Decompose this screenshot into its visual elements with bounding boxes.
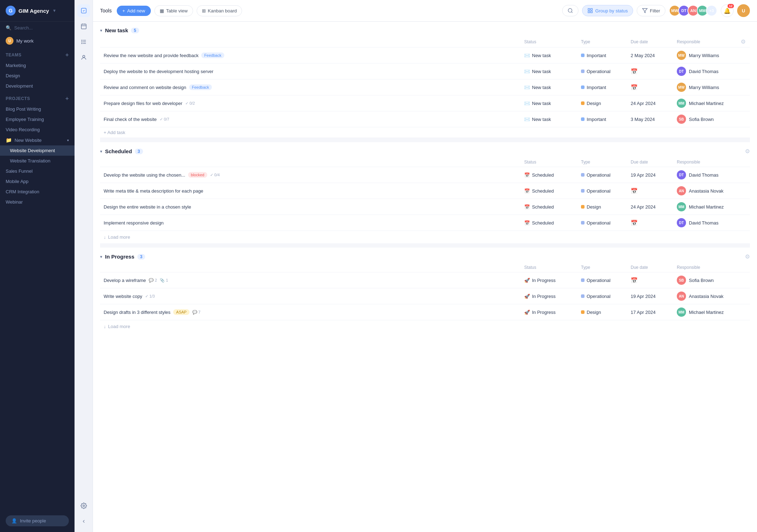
task-name: Prepare design files for web developer: [104, 101, 182, 106]
table-row[interactable]: Develop a wireframe 💬 2 📎 1 🚀In Progress…: [100, 272, 750, 288]
task-name-cell: Write meta title & meta description for …: [100, 183, 521, 199]
table-row[interactable]: Prepare design files for web developer ✓…: [100, 95, 750, 111]
sidebar-item-marketing[interactable]: Marketing: [0, 60, 75, 71]
task-name: Implement responsive design: [104, 220, 164, 226]
sidebar-item-website-translation[interactable]: Website Translation: [0, 156, 75, 166]
task-type-cell: Operational: [577, 167, 627, 183]
in-progress-table: Status Type Due date Responsible Develop…: [100, 263, 750, 320]
sidebar-item-sales-funnel[interactable]: Sales Funnel: [0, 166, 75, 176]
task-type-cell: Design: [577, 304, 627, 320]
section-divider: [100, 138, 750, 142]
table-row[interactable]: Review the new website and provide feedb…: [100, 48, 750, 63]
table-row[interactable]: Write meta title & meta description for …: [100, 183, 750, 199]
responsible-name: Anastasia Novak: [689, 188, 724, 194]
filter-button[interactable]: Filter: [637, 5, 665, 16]
task-settings-cell: [737, 48, 750, 63]
person-icon-btn[interactable]: [77, 51, 90, 64]
avatar-more[interactable]: +3: [706, 5, 717, 16]
load-more-scheduled[interactable]: ↓ Load more: [100, 231, 750, 243]
add-team-button[interactable]: +: [65, 52, 69, 58]
icon-panel: [75, 0, 93, 532]
sidebar-item-new-website[interactable]: 📁 New Website ▾: [0, 135, 75, 145]
kanban-board-button[interactable]: ⊞ Kanban board: [197, 5, 242, 16]
task-due-cell: 📅: [627, 79, 673, 95]
add-task-cell[interactable]: + Add task: [100, 127, 750, 138]
kanban-board-label: Kanban board: [208, 8, 237, 13]
current-user-avatar[interactable]: U: [737, 4, 750, 17]
task-due-cell: 19 Apr 2024: [627, 167, 673, 183]
group-by-status-button[interactable]: Group by status: [582, 5, 633, 16]
list-icon-btn[interactable]: [77, 35, 90, 48]
settings-icon[interactable]: ⚙: [745, 254, 750, 260]
svg-point-8: [82, 40, 82, 41]
section-chevron[interactable]: ▾: [100, 28, 102, 33]
status-icon: ✉️: [524, 69, 530, 74]
responsible-name: David Thomas: [689, 172, 719, 178]
load-more-in-progress[interactable]: ↓ Load more: [100, 320, 750, 333]
avatar: MM: [677, 99, 686, 108]
type-label: Important: [587, 85, 606, 90]
collapse-sidebar-button[interactable]: [77, 515, 90, 528]
settings-icon[interactable]: ⚙: [741, 39, 746, 45]
table-row[interactable]: Design the entire website in a chosen st…: [100, 199, 750, 215]
sidebar-item-webinar[interactable]: Webinar: [0, 197, 75, 207]
load-more-icon: ↓: [104, 234, 106, 240]
task-type-cell: Important: [577, 79, 627, 95]
task-name: Design the entire website in a chosen st…: [104, 204, 191, 210]
task-name: Deploy the website to the development ho…: [104, 69, 213, 74]
sidebar-item-blog-post[interactable]: Blog Post Writing: [0, 104, 75, 114]
col-header-status: Status: [521, 36, 577, 48]
my-work-item[interactable]: U My work: [0, 34, 75, 48]
table-row[interactable]: Implement responsive design 📅Scheduled O…: [100, 215, 750, 231]
section-new-task: ▾ New task 5 Status Type Due date Respon…: [100, 22, 750, 138]
tasks-icon-btn[interactable]: [77, 4, 90, 17]
settings-icon-btn[interactable]: [77, 499, 90, 512]
section-title: Scheduled: [105, 148, 132, 154]
section-chevron[interactable]: ▾: [100, 254, 102, 259]
app-logo[interactable]: G GIM Agency ▾: [0, 0, 75, 22]
notifications-button[interactable]: 🔔 12: [721, 4, 734, 17]
notification-badge: 12: [728, 4, 734, 8]
table-row[interactable]: Develop the website using the chosen... …: [100, 167, 750, 183]
section-chevron[interactable]: ▾: [100, 149, 102, 154]
task-type-cell: Operational: [577, 63, 627, 79]
invite-people-button[interactable]: 👤 Invite people: [6, 515, 69, 526]
col-header-type: Type: [577, 157, 627, 167]
settings-icon[interactable]: ⚙: [745, 148, 750, 154]
section-count: 3: [137, 254, 146, 260]
sidebar-item-website-development[interactable]: Website Development: [0, 145, 75, 156]
task-settings-cell: [737, 79, 750, 95]
svg-rect-15: [588, 9, 590, 10]
sidebar-item-video-recording[interactable]: Video Recording: [0, 124, 75, 135]
calendar-icon-btn[interactable]: [77, 20, 90, 33]
type-dot: [581, 101, 585, 105]
app-name: GIM Agency: [18, 8, 49, 14]
table-row[interactable]: Write website copy ✓ 1/3 🚀In Progress Op…: [100, 288, 750, 304]
search-bar[interactable]: 🔍 Search...: [0, 22, 75, 34]
type-label: Operational: [587, 69, 610, 74]
scheduled-table: Status Type Due date Responsible Develop…: [100, 157, 750, 231]
sidebar-item-employee-training[interactable]: Employee Training: [0, 114, 75, 124]
add-project-button[interactable]: +: [65, 95, 69, 102]
sidebar-item-design[interactable]: Design: [0, 71, 75, 81]
sidebar-item-development[interactable]: Development: [0, 81, 75, 91]
col-header-due: Due date: [627, 157, 673, 167]
table-row[interactable]: Review and comment on website design Fee…: [100, 79, 750, 95]
col-header-task: [100, 157, 521, 167]
status-icon: ✉️: [524, 53, 530, 58]
sidebar-item-label: Employee Training: [6, 117, 44, 122]
status-label: New task: [532, 117, 551, 122]
add-task-row[interactable]: + Add task: [100, 127, 750, 138]
search-button[interactable]: [562, 5, 578, 16]
add-new-button[interactable]: + Add new: [117, 6, 151, 16]
table-row[interactable]: Deploy the website to the development ho…: [100, 63, 750, 79]
table-view-button[interactable]: ▦ Table view: [154, 5, 193, 16]
sidebar-item-label: Website Translation: [10, 158, 50, 164]
avatar: SB: [677, 276, 686, 285]
table-row[interactable]: Design drafts in 3 different styles ASAP…: [100, 304, 750, 320]
sidebar-item-crm-integration[interactable]: CRM Integration: [0, 187, 75, 197]
teams-section-header: Teams +: [0, 48, 75, 60]
table-row[interactable]: Final check of the website ✓ 0/7 ✉️New t…: [100, 111, 750, 127]
sidebar-item-mobile-app[interactable]: Mobile App: [0, 176, 75, 187]
task-responsible-cell: MW Marry Williams: [673, 79, 737, 95]
